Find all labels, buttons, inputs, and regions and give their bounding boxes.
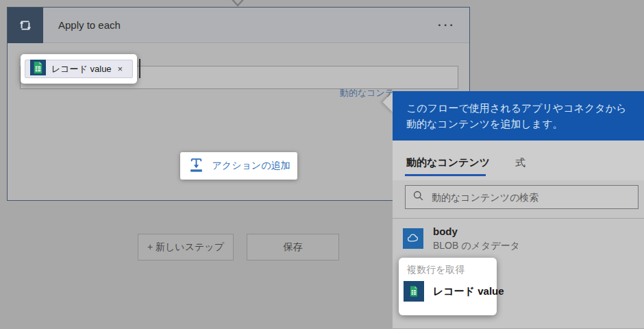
tab-expression[interactable]: 式 bbox=[515, 156, 525, 169]
dynamic-content-search-input[interactable] bbox=[432, 192, 610, 203]
item-title: レコード value bbox=[433, 285, 504, 298]
record-value-item[interactable]: レコード value bbox=[404, 281, 497, 302]
add-action-icon bbox=[188, 156, 205, 176]
token-spotlight: レコード value × bbox=[21, 54, 137, 84]
text-caret bbox=[139, 59, 140, 78]
panel-tabs: 動的なコンテンツ 式 bbox=[393, 141, 644, 180]
add-action-label: アクションの追加 bbox=[212, 160, 290, 172]
save-button[interactable]: 保存 bbox=[247, 234, 339, 260]
card-title: Apply to each bbox=[58, 19, 121, 31]
token-remove-icon[interactable]: × bbox=[118, 64, 123, 74]
card-menu-button[interactable]: ··· bbox=[438, 19, 456, 31]
apply-to-each-loop-icon bbox=[8, 8, 43, 43]
new-step-button[interactable]: + 新しいステップ bbox=[138, 234, 234, 260]
sheets-icon bbox=[30, 60, 46, 78]
add-action-button[interactable]: アクションの追加 bbox=[180, 152, 297, 180]
item-title: body bbox=[433, 226, 520, 238]
search-box[interactable] bbox=[405, 185, 639, 209]
tab-dynamic-content[interactable]: 動的なコンテンツ bbox=[406, 156, 490, 169]
record-value-token[interactable]: レコード value × bbox=[25, 60, 133, 78]
list-item-body[interactable]: body BLOB のメタデータ bbox=[393, 219, 644, 258]
picker-spotlight: 複数行を取得 レコード value bbox=[399, 258, 497, 315]
sheets-icon bbox=[404, 281, 424, 302]
section-header: 複数行を取得 bbox=[399, 258, 497, 276]
item-subtitle: BLOB のメタデータ bbox=[433, 239, 520, 252]
search-area bbox=[393, 180, 644, 218]
panel-banner: このフローで使用されるアプリやコネクタから動的なコンテンツを追加します。 bbox=[393, 91, 644, 141]
search-icon bbox=[412, 190, 424, 204]
active-tab-underline bbox=[405, 174, 486, 176]
token-label: レコード value bbox=[51, 63, 112, 75]
apply-to-each-header[interactable]: Apply to each ··· bbox=[8, 8, 469, 43]
blob-cloud-icon bbox=[403, 228, 423, 249]
